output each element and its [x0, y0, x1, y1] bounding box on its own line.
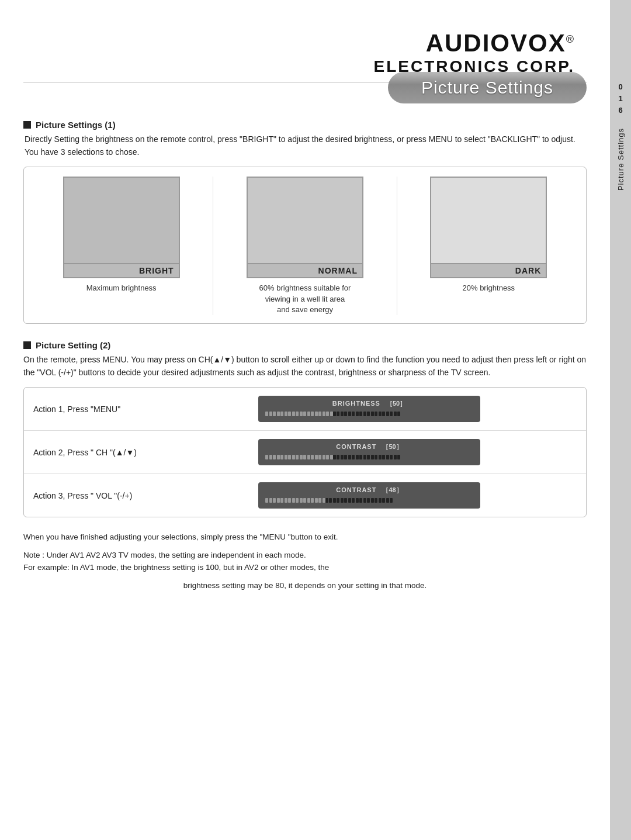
sidebar-number-6: 6	[618, 105, 622, 116]
osd-brightness: BRIGHTNESS ［50］	[258, 396, 480, 422]
brightness-modes: BRIGHT Maximum brightness NORMAL 60% bri…	[30, 177, 580, 315]
footer-note-2: Note : Under AV1 AV2 AV3 TV modes, the s…	[23, 549, 587, 574]
action-3-label: Action 3, Press " VOL "(-/+)	[33, 491, 150, 500]
mode-bright-label: BRIGHT	[63, 264, 180, 278]
action-2-osd: CONTRAST ［50］	[162, 439, 577, 465]
sidebar-page-numbers: 0 1 6	[618, 82, 622, 116]
osd-contrast-2-title: CONTRAST ［50］	[265, 443, 473, 451]
mode-bright: BRIGHT Maximum brightness	[30, 177, 213, 315]
section2-icon	[23, 341, 31, 349]
osd-contrast3-active-dots	[325, 498, 393, 503]
osd-brightness-value: ［50］	[386, 399, 406, 408]
main-content: AUDIOVOX® ELECTRONICS CORP. Picture Sett…	[0, 0, 610, 616]
section1-heading: Picture Settings (1)	[23, 120, 587, 130]
osd-contrast-3: CONTRAST ［48］	[258, 482, 480, 509]
osd-contrast-2-bar	[265, 454, 473, 461]
footer-note-3: brightness setting may be 80, it depends…	[23, 580, 587, 592]
osd-contrast-3-title: CONTRAST ［48］	[265, 486, 473, 495]
osd-contrast-2: CONTRAST ［50］	[258, 439, 480, 465]
mode-normal-screen	[247, 177, 363, 264]
action-2-label: Action 2, Press " CH "(▲/▼)	[33, 448, 150, 457]
sidebar: 0 1 6 Picture Settings	[610, 0, 631, 840]
osd-contrast3-inactive-dots	[265, 498, 325, 503]
osd-contrast-3-bar	[265, 497, 473, 504]
brightness-modes-outer: BRIGHT Maximum brightness NORMAL 60% bri…	[23, 167, 587, 324]
logo-area: AUDIOVOX® ELECTRONICS CORP.	[23, 18, 587, 76]
osd-contrast-3-value: ［48］	[382, 486, 402, 495]
page-title-wrap: Picture Settings	[23, 72, 587, 103]
mode-dark: DARK 20% brightness	[397, 177, 580, 315]
sidebar-number-0: 0	[618, 82, 622, 92]
osd-brightness-active-dots	[333, 412, 401, 416]
osd-contrast2-active-dots	[333, 455, 401, 459]
osd-contrast-2-label: CONTRAST	[336, 443, 376, 450]
action-row-1: Action 1, Press "MENU" BRIGHTNESS ［50］	[24, 388, 586, 431]
sidebar-number-1: 1	[618, 94, 622, 104]
mode-bright-screen	[63, 177, 180, 264]
section1-body: Directly Setting the brightness on the r…	[25, 133, 587, 158]
footer-note-1: When you have finished adjusting your se…	[23, 531, 587, 544]
osd-contrast-2-value: ［50］	[382, 443, 402, 451]
mode-normal-desc: 60% brightness suitable forviewing in a …	[259, 283, 351, 315]
osd-contrast2-inactive-dots	[265, 455, 333, 459]
mode-normal: NORMAL 60% brightness suitable forviewin…	[213, 177, 396, 315]
action-1-label: Action 1, Press "MENU"	[33, 405, 150, 414]
osd-brightness-title: BRIGHTNESS ［50］	[265, 399, 473, 408]
sidebar-section-label: Picture Settings	[616, 128, 625, 191]
action-1-osd: BRIGHTNESS ［50］	[162, 396, 577, 422]
section2-heading: Picture Setting (2)	[23, 340, 587, 350]
action-row-3: Action 3, Press " VOL "(-/+) CONTRAST ［4…	[24, 474, 586, 517]
osd-brightness-inactive-dots	[265, 412, 333, 416]
osd-brightness-label: BRIGHTNESS	[332, 400, 380, 407]
action-rows-container: Action 1, Press "MENU" BRIGHTNESS ［50］ A…	[23, 387, 587, 517]
section1-icon	[23, 121, 31, 129]
section2-body: On the remote, press MENU. You may press…	[23, 354, 587, 379]
logo-line1: AUDIOVOX®	[23, 29, 575, 57]
action-3-osd: CONTRAST ［48］	[162, 482, 577, 509]
osd-contrast-3-label: CONTRAST	[336, 486, 376, 493]
osd-brightness-bar	[265, 410, 473, 417]
page-title-pill: Picture Settings	[388, 72, 587, 103]
mode-dark-label: DARK	[430, 264, 547, 278]
action-row-2: Action 2, Press " CH "(▲/▼) CONTRAST ［50…	[24, 431, 586, 474]
mode-normal-label: NORMAL	[247, 264, 363, 278]
mode-dark-screen	[430, 177, 547, 264]
mode-dark-desc: 20% brightness	[463, 283, 515, 293]
mode-bright-desc: Maximum brightness	[86, 283, 157, 293]
page-title: Picture Settings	[421, 78, 553, 97]
